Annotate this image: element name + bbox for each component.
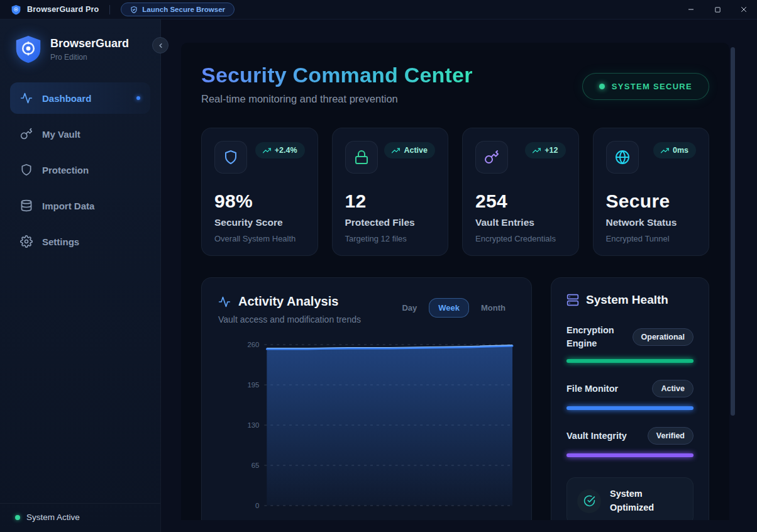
key-icon bbox=[20, 128, 33, 140]
trend-badge-label: +2.4% bbox=[275, 146, 297, 155]
stat-value: 254 bbox=[475, 191, 566, 212]
system-secure-badge: SYSTEM SECURE bbox=[582, 73, 709, 100]
progress-bar bbox=[566, 359, 693, 363]
sidebar-item-dashboard[interactable]: Dashboard bbox=[10, 82, 150, 114]
metric-file-monitor: File Monitor Active bbox=[566, 380, 693, 410]
progress-bar bbox=[566, 453, 693, 457]
metric-vault-integrity: Vault Integrity Verified bbox=[566, 427, 693, 457]
shield-icon bbox=[214, 141, 247, 174]
svg-text:260: 260 bbox=[247, 341, 259, 348]
stat-label: Vault Entries bbox=[475, 217, 566, 228]
stat-sublabel: Encrypted Tunnel bbox=[606, 234, 697, 243]
stat-value: Secure bbox=[606, 191, 697, 212]
metric-label: Encryption Engine bbox=[566, 324, 633, 350]
page-header: Security Command Center Real-time monito… bbox=[201, 63, 709, 105]
sidebar-item-import-data[interactable]: Import Data bbox=[10, 190, 150, 221]
stat-value: 98% bbox=[214, 191, 305, 212]
titlebar-divider bbox=[109, 5, 110, 14]
vertical-scrollbar[interactable] bbox=[731, 47, 735, 416]
sidebar-item-settings[interactable]: Settings bbox=[10, 226, 150, 257]
launch-secure-browser-button[interactable]: Launch Secure Browser bbox=[121, 3, 235, 16]
metric-encryption-engine: Encryption Engine Operational bbox=[566, 324, 693, 363]
svg-text:130: 130 bbox=[247, 421, 259, 429]
minimize-button[interactable] bbox=[678, 0, 704, 19]
key-icon bbox=[475, 141, 508, 174]
trend-badge: +12 bbox=[525, 142, 565, 158]
progress-track bbox=[566, 359, 693, 363]
lock-icon bbox=[345, 141, 378, 174]
minimize-icon bbox=[687, 6, 695, 13]
trending-up-icon bbox=[533, 147, 541, 155]
system-health-card: System Health Encryption Engine Operatio… bbox=[551, 277, 709, 520]
trend-badge-label: 0ms bbox=[673, 146, 688, 155]
sidebar-item-label: Settings bbox=[42, 236, 79, 247]
sidebar-item-label: Import Data bbox=[42, 201, 94, 211]
shield-check-icon bbox=[130, 6, 138, 14]
system-health-title: System Health bbox=[586, 293, 668, 307]
secure-status-dot bbox=[599, 84, 605, 89]
gear-icon bbox=[20, 235, 33, 248]
page-subtitle: Real-time monitoring and threat preventi… bbox=[201, 93, 473, 105]
activity-title: Activity Analysis bbox=[238, 294, 338, 309]
app-logo-shield-icon bbox=[11, 4, 21, 15]
stat-cards-grid: +2.4% 98% Security Score Overall System … bbox=[201, 128, 709, 256]
activity-icon bbox=[20, 92, 33, 104]
sidebar-collapse-button[interactable] bbox=[152, 37, 169, 53]
brand: BrowserGuard Pro Edition bbox=[0, 19, 160, 74]
metric-label: Vault Integrity bbox=[566, 429, 627, 443]
secure-status-label: SYSTEM SECURE bbox=[612, 82, 692, 91]
sidebar: BrowserGuard Pro Edition Dashboard My Va… bbox=[0, 19, 161, 532]
progress-track bbox=[566, 453, 693, 457]
app-title: BrowserGuard Pro bbox=[27, 5, 99, 14]
trending-up-icon bbox=[392, 147, 400, 155]
progress-bar bbox=[566, 406, 693, 410]
server-icon bbox=[566, 294, 579, 306]
sidebar-item-label: Dashboard bbox=[42, 93, 91, 104]
system-optimized-card: System Optimized bbox=[566, 477, 693, 520]
activity-icon bbox=[218, 296, 231, 308]
trend-badge: Active bbox=[384, 142, 435, 158]
close-icon bbox=[740, 6, 748, 13]
sidebar-item-protection[interactable]: Protection bbox=[10, 154, 150, 186]
launch-secure-browser-label: Launch Secure Browser bbox=[142, 6, 225, 13]
trend-badge-label: +12 bbox=[544, 146, 558, 155]
maximize-button[interactable] bbox=[704, 0, 731, 19]
tab-day[interactable]: Day bbox=[392, 298, 426, 318]
status-badge: Verified bbox=[648, 427, 693, 445]
database-icon bbox=[20, 199, 33, 212]
stat-label: Protected Files bbox=[345, 217, 436, 228]
brand-name: BrowserGuard bbox=[50, 37, 129, 50]
brand-shield-icon bbox=[15, 35, 41, 64]
titlebar: BrowserGuard Pro Launch Secure Browser bbox=[0, 0, 757, 19]
stat-card-network-status: 0ms Secure Network Status Encrypted Tunn… bbox=[593, 128, 710, 256]
trend-badge: 0ms bbox=[653, 142, 696, 158]
area-chart: 260195130650 bbox=[218, 337, 515, 514]
system-optimized-title: System Optimized bbox=[610, 487, 668, 515]
svg-text:0: 0 bbox=[255, 502, 259, 509]
maximize-icon bbox=[714, 6, 721, 13]
progress-track bbox=[566, 406, 693, 410]
metric-label: File Monitor bbox=[566, 382, 618, 396]
activity-subtitle: Vault access and modification trends bbox=[218, 314, 361, 324]
globe-icon bbox=[606, 141, 639, 174]
close-button[interactable] bbox=[731, 0, 757, 19]
stat-value: 12 bbox=[345, 191, 436, 212]
status-badge: Operational bbox=[633, 328, 693, 346]
svg-text:195: 195 bbox=[247, 381, 259, 389]
tab-month[interactable]: Month bbox=[472, 298, 515, 318]
sidebar-item-my-vault[interactable]: My Vault bbox=[10, 118, 150, 150]
system-active-dot bbox=[15, 515, 20, 520]
stat-card-security-score: +2.4% 98% Security Score Overall System … bbox=[201, 128, 318, 256]
trending-up-icon bbox=[661, 147, 669, 155]
stat-card-vault-entries: +12 254 Vault Entries Encrypted Credenti… bbox=[462, 128, 579, 256]
sidebar-footer: System Active bbox=[0, 503, 160, 532]
main-area: Security Command Center Real-time monito… bbox=[161, 19, 757, 532]
sidebar-item-label: Protection bbox=[42, 165, 89, 175]
stat-label: Security Score bbox=[214, 217, 305, 228]
activity-chart: 260195130650 bbox=[218, 337, 515, 514]
check-circle-icon bbox=[577, 489, 601, 513]
stat-card-protected-files: Active 12 Protected Files Targeting 12 f… bbox=[332, 128, 449, 256]
tab-week[interactable]: Week bbox=[429, 298, 469, 318]
content-panel: Security Command Center Real-time monito… bbox=[181, 43, 729, 520]
trend-badge: +2.4% bbox=[255, 142, 305, 158]
